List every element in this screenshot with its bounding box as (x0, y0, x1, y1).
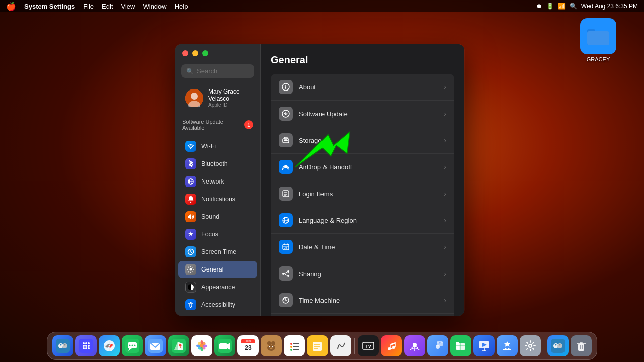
settings-row-airdrop[interactable]: AirDrop & Handoff › (271, 154, 454, 180)
software-update-notification[interactable]: Software UpdateAvailable 1 (175, 116, 260, 134)
menubar-search-icon[interactable]: 🔍 (570, 3, 577, 10)
settings-row-about[interactable]: About › (271, 74, 454, 101)
dock-itunes[interactable] (427, 335, 448, 356)
sharing-label: Sharing (299, 270, 321, 278)
sidebar-item-controlcenter[interactable]: Control Center (178, 314, 257, 316)
sidebar-item-wifi[interactable]: Wi-Fi (178, 138, 257, 155)
dock-safari[interactable] (99, 335, 120, 356)
svg-line-52 (284, 272, 287, 274)
dock-settings[interactable] (520, 335, 541, 356)
svg-point-169 (529, 345, 531, 347)
focus-icon (185, 229, 196, 240)
dock-finder[interactable] (52, 335, 73, 356)
dock-music[interactable] (381, 335, 402, 356)
dock-podcasts[interactable] (404, 335, 425, 356)
menubar-left: 🍎 System Settings File Edit View Window … (6, 2, 188, 11)
dock-trash[interactable] (571, 335, 592, 356)
desktop-folder-icon[interactable]: GRACEY (580, 18, 616, 62)
sidebar-item-notifications[interactable]: Notifications (178, 191, 257, 208)
search-input[interactable] (197, 67, 249, 75)
menubar-datetime: Wed Aug 23 6:35 PM (581, 3, 638, 10)
svg-rect-178 (580, 342, 583, 344)
svg-point-17 (190, 302, 192, 303)
dock-reminders[interactable] (284, 335, 305, 356)
sidebar-item-network[interactable]: Network (178, 173, 257, 190)
sidebar-label-general: General (201, 266, 223, 273)
dock-keynote[interactable] (473, 335, 495, 356)
sidebar-label-wifi: Wi-Fi (201, 143, 216, 150)
sidebar-item-sound[interactable]: Sound (178, 208, 257, 225)
dock-launchpad[interactable] (75, 335, 97, 356)
maximize-button[interactable] (202, 50, 208, 56)
svg-point-68 (83, 342, 85, 344)
svg-point-105 (198, 347, 201, 350)
settings-row-left: Software Update (279, 107, 348, 121)
dock-photos[interactable] (191, 335, 212, 356)
menubar-file[interactable]: File (83, 3, 94, 10)
settings-row-language[interactable]: Language & Region › (271, 207, 454, 234)
language-label: Language & Region (299, 217, 357, 224)
dock-freeform[interactable] (330, 335, 351, 356)
svg-rect-108 (219, 343, 227, 349)
menubar-app-name[interactable]: System Settings (24, 3, 75, 10)
dock-appstore[interactable] (497, 335, 518, 356)
menubar-wifi-icon[interactable]: 📶 (558, 3, 566, 10)
settings-row-softwareupdate[interactable]: Software Update › (271, 101, 454, 127)
svg-text:23: 23 (245, 344, 252, 351)
dock-mail[interactable] (145, 335, 166, 356)
settings-group-general: About › Software Update (271, 74, 454, 316)
settings-row-left: Time Machine (279, 293, 340, 307)
svg-rect-138 (384, 339, 398, 353)
svg-rect-122 (287, 339, 301, 353)
svg-rect-3 (587, 31, 609, 45)
settings-row-left: Login Items (279, 187, 333, 201)
menubar-help[interactable]: Help (175, 3, 188, 10)
dock-tv[interactable]: TV (358, 335, 379, 356)
wifi-icon (185, 141, 196, 152)
svg-point-11 (190, 202, 191, 203)
svg-point-117 (271, 341, 275, 345)
sidebar-item-screentime[interactable]: Screen Time (178, 243, 257, 260)
svg-point-73 (88, 345, 90, 347)
general-icon (185, 264, 196, 275)
user-profile[interactable]: Mary Grace Velasco Apple ID (179, 84, 256, 112)
menubar-edit[interactable]: Edit (102, 3, 113, 10)
menubar-window[interactable]: Window (143, 3, 166, 10)
about-icon (279, 80, 293, 94)
softwareupdate-label: Software Update (299, 110, 348, 118)
sidebar-item-bluetooth[interactable]: B Bluetooth (178, 155, 257, 172)
settings-row-storage[interactable]: Storage › (271, 127, 454, 154)
svg-point-121 (270, 348, 273, 349)
close-button[interactable] (182, 50, 188, 56)
settings-row-timemachine[interactable]: Time Machine › (271, 287, 454, 314)
menubar-view[interactable]: View (121, 3, 135, 10)
dock-bear[interactable] (261, 335, 282, 356)
update-text: Software UpdateAvailable (182, 119, 223, 131)
sidebar-item-appearance[interactable]: Appearance (178, 279, 257, 296)
window-content: 🔍 Mary Grace Velasco Apple ID (175, 44, 464, 316)
svg-text:TV: TV (365, 344, 371, 349)
sidebar-item-general[interactable]: General (178, 261, 257, 278)
settings-row-loginitems[interactable]: Login Items › (271, 180, 454, 207)
sidebar-item-focus[interactable]: Focus (178, 226, 257, 243)
sidebar-label-network: Network (201, 178, 224, 185)
settings-row-transfer[interactable]: Transfer or Reset › (271, 314, 454, 316)
dock-numbers[interactable] (450, 335, 471, 356)
sidebar-item-accessibility[interactable]: Accessibility (178, 296, 257, 313)
apple-logo-icon[interactable]: 🍎 (6, 2, 16, 11)
dock-finder2[interactable] (547, 335, 569, 356)
user-name: Mary Grace Velasco (208, 88, 250, 102)
settings-row-left: Storage (279, 133, 322, 147)
search-bar[interactable]: 🔍 (181, 64, 254, 78)
dock-notes[interactable] (307, 335, 328, 356)
minimize-button[interactable] (192, 50, 198, 56)
dock-calendar[interactable]: 23 AUG (237, 335, 259, 356)
section-title: General (271, 54, 454, 66)
about-chevron: › (444, 83, 446, 91)
dock-facetime[interactable] (214, 335, 235, 356)
settings-row-datetime[interactable]: 23 Date & Time › (271, 234, 454, 260)
dock-maps[interactable] (168, 335, 189, 356)
storage-chevron: › (444, 136, 446, 144)
settings-row-sharing[interactable]: Sharing › (271, 260, 454, 287)
dock-messages[interactable] (122, 335, 143, 356)
